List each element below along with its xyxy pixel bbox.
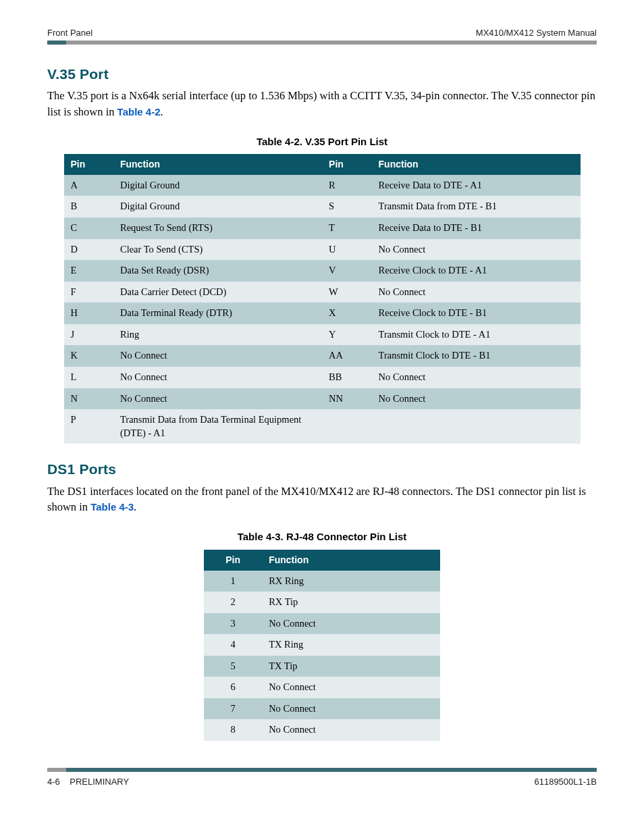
- col-pin: Pin: [204, 550, 262, 571]
- doc-status: PRELIMINARY: [70, 777, 129, 787]
- cell-pin: R: [322, 175, 371, 197]
- para-text-end: .: [134, 500, 136, 513]
- cell-function: Receive Data to DTE - B1: [372, 217, 581, 239]
- cell-function: No Connect: [113, 345, 322, 367]
- header-rule: [47, 41, 597, 45]
- cell-pin: F: [64, 282, 113, 303]
- table-header-row: Pin Function Pin Function: [64, 154, 581, 175]
- cell-function: TX Ring: [262, 634, 440, 656]
- cell-function: No Connect: [372, 367, 581, 388]
- cell-pin: K: [64, 345, 113, 367]
- section2-paragraph: The DS1 interfaces located on the front …: [47, 484, 597, 516]
- cell-pin: [322, 409, 371, 444]
- cell-function: Transmit Clock to DTE - B1: [372, 345, 581, 367]
- cell-function: No Connect: [372, 388, 581, 410]
- table-row: PTransmit Data from Data Terminal Equipm…: [64, 409, 581, 444]
- header-left: Front Panel: [47, 27, 92, 39]
- cell-pin: T: [322, 217, 371, 239]
- table-row: HData Terminal Ready (DTR)XReceive Clock…: [64, 303, 581, 324]
- cell-pin: 8: [204, 719, 262, 741]
- cell-function: Receive Clock to DTE - A1: [372, 260, 581, 282]
- table-row: ADigital GroundRReceive Data to DTE - A1: [64, 175, 581, 197]
- cell-pin: W: [322, 282, 371, 303]
- col-function: Function: [113, 154, 322, 175]
- cell-pin: BB: [322, 367, 371, 388]
- cell-function: No Connect: [372, 239, 581, 261]
- cell-function: Data Carrier Detect (DCD): [113, 282, 322, 303]
- section-heading-ds1: DS1 Ports: [47, 460, 597, 479]
- table-row: 6No Connect: [204, 677, 440, 698]
- cell-pin: 6: [204, 677, 262, 698]
- cell-pin: 7: [204, 698, 262, 720]
- table-row: 5TX Tip: [204, 656, 440, 677]
- cell-pin: P: [64, 409, 113, 444]
- table-row: 4TX Ring: [204, 634, 440, 656]
- cell-function: Transmit Data from DTE - B1: [372, 196, 581, 217]
- cell-function: Data Set Ready (DSR): [113, 260, 322, 282]
- cell-pin: J: [64, 324, 113, 346]
- table-rj48-pinlist: Pin Function 1RX Ring2RX Tip3No Connect4…: [204, 550, 440, 741]
- cell-function: No Connect: [262, 677, 440, 698]
- cell-pin: 5: [204, 656, 262, 677]
- cell-function: Request To Send (RTS): [113, 217, 322, 239]
- table1-caption: Table 4-2. V.35 Port Pin List: [47, 135, 597, 149]
- table-row: FData Carrier Detect (DCD)WNo Connect: [64, 282, 581, 303]
- col-pin: Pin: [64, 154, 113, 175]
- cell-pin: V: [322, 260, 371, 282]
- cell-pin: Y: [322, 324, 371, 346]
- cell-function: Transmit Clock to DTE - A1: [372, 324, 581, 346]
- running-header: Front Panel MX410/MX412 System Manual: [47, 27, 597, 39]
- table-header-row: Pin Function: [204, 550, 440, 571]
- footer-rule: [47, 768, 597, 772]
- footer-left: 4-6 PRELIMINARY: [47, 776, 129, 788]
- cell-pin: C: [64, 217, 113, 239]
- cell-pin: H: [64, 303, 113, 324]
- cell-pin: X: [322, 303, 371, 324]
- cell-pin: S: [322, 196, 371, 217]
- running-footer: 4-6 PRELIMINARY 61189500L1-1B: [47, 776, 597, 788]
- table-row: JRingYTransmit Clock to DTE - A1: [64, 324, 581, 346]
- cell-function: Receive Data to DTE - A1: [372, 175, 581, 197]
- cell-function: Ring: [113, 324, 322, 346]
- col-pin2: Pin: [322, 154, 371, 175]
- section1-paragraph: The V.35 port is a Nx64k serial interfac…: [47, 88, 597, 120]
- table-row: BDigital GroundSTransmit Data from DTE -…: [64, 196, 581, 217]
- cell-pin: 2: [204, 592, 262, 613]
- xref-table-4-2[interactable]: Table 4-2: [117, 106, 161, 118]
- cell-pin: NN: [322, 388, 371, 410]
- table-v35-pinlist: Pin Function Pin Function ADigital Groun…: [64, 154, 581, 444]
- table2-caption: Table 4-3. RJ-48 Connector Pin List: [47, 530, 597, 544]
- cell-function: No Connect: [372, 282, 581, 303]
- cell-function: No Connect: [113, 367, 322, 388]
- section-heading-v35: V.35 Port: [47, 65, 597, 84]
- table-row: KNo ConnectAATransmit Clock to DTE - B1: [64, 345, 581, 367]
- cell-pin: D: [64, 239, 113, 261]
- cell-function: No Connect: [262, 698, 440, 720]
- cell-pin: A: [64, 175, 113, 197]
- cell-function: No Connect: [262, 613, 440, 635]
- col-function: Function: [262, 550, 440, 571]
- cell-function: [372, 409, 581, 444]
- table-row: LNo ConnectBBNo Connect: [64, 367, 581, 388]
- table-row: DClear To Send (CTS)UNo Connect: [64, 239, 581, 261]
- cell-pin: E: [64, 260, 113, 282]
- cell-pin: AA: [322, 345, 371, 367]
- cell-function: Transmit Data from Data Terminal Equipme…: [113, 409, 322, 444]
- table-row: EData Set Ready (DSR)VReceive Clock to D…: [64, 260, 581, 282]
- table-row: NNo ConnectNNNo Connect: [64, 388, 581, 410]
- cell-pin: N: [64, 388, 113, 410]
- table-row: 7No Connect: [204, 698, 440, 720]
- cell-pin: 3: [204, 613, 262, 635]
- cell-function: RX Ring: [262, 571, 440, 592]
- cell-function: No Connect: [262, 719, 440, 741]
- cell-function: Digital Ground: [113, 196, 322, 217]
- cell-function: TX Tip: [262, 656, 440, 677]
- table-row: CRequest To Send (RTS)TReceive Data to D…: [64, 217, 581, 239]
- para-text-end: .: [161, 105, 163, 118]
- cell-function: No Connect: [113, 388, 322, 410]
- xref-table-4-3[interactable]: Table 4-3: [90, 501, 134, 513]
- cell-pin: B: [64, 196, 113, 217]
- cell-function: Clear To Send (CTS): [113, 239, 322, 261]
- page-number: 4-6: [47, 777, 60, 787]
- cell-pin: 4: [204, 634, 262, 656]
